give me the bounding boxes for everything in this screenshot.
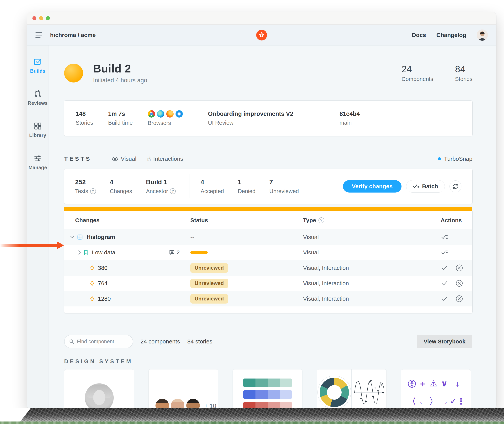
row-type: Visual, Interaction [303, 295, 416, 302]
arrow-down-icon: ↓ [455, 379, 460, 388]
accept-check-icon[interactable] [440, 295, 448, 303]
accept-check-icon[interactable] [440, 280, 448, 287]
tests-count-stat: 252 Tests? [75, 178, 96, 194]
batch-button[interactable]: Batch [406, 180, 445, 193]
stories-count-stat: 148 Stories [76, 110, 93, 126]
eye-icon [111, 156, 118, 161]
user-avatar[interactable] [477, 30, 488, 41]
visual-toggle[interactable]: Visual [111, 156, 136, 162]
sidebar-item-reviews[interactable]: Reviews [28, 90, 48, 106]
accept-check-icon[interactable] [440, 264, 448, 272]
chevron-right-icon[interactable] [78, 250, 81, 255]
sidebar-item-label: Builds [30, 68, 45, 74]
polar-chart-panel [317, 369, 351, 409]
story-diamond-icon [90, 296, 94, 301]
menu-icon[interactable] [36, 32, 42, 38]
avatar [171, 399, 184, 409]
comment-icon [169, 250, 175, 255]
row-status: -- [190, 234, 303, 240]
components-count-text: 24 components [141, 338, 180, 345]
design-system-cards: + 10 [64, 369, 472, 409]
sidebar-item-label: Library [29, 133, 46, 138]
org-breadcrumb[interactable]: hichroma / acme [50, 32, 96, 38]
safari-icon [176, 110, 183, 118]
build-header: Build 2 Initiated 4 hours ago 24 Compone… [64, 62, 472, 84]
component-card-avatar[interactable] [64, 369, 134, 409]
minimize-window-button[interactable] [39, 16, 43, 20]
table-row-764[interactable]: 764 Unreviewed Visual, Interaction [64, 276, 472, 291]
help-icon[interactable]: ? [170, 188, 176, 194]
window-titlebar [27, 12, 496, 25]
browsers-stat: Browsers [148, 110, 183, 126]
accepted-stat: 4 Accepted [201, 178, 224, 194]
checkbox-check-icon [34, 57, 42, 66]
sidebar-item-library[interactable]: Library [29, 122, 46, 138]
tests-divider [190, 175, 190, 198]
comment-count[interactable]: 2 [169, 249, 190, 256]
help-icon[interactable]: ? [90, 188, 96, 194]
help-icon[interactable]: ? [319, 217, 324, 223]
deny-circle-x-icon[interactable] [455, 280, 463, 287]
deny-circle-x-icon[interactable] [455, 295, 463, 303]
component-card-color-palette[interactable] [233, 369, 302, 409]
chromatic-logo-icon[interactable] [256, 30, 267, 40]
sidebar: Builds Reviews Library [27, 45, 49, 409]
column-header-type: Type? [303, 217, 416, 224]
green-edge-strip [0, 422, 504, 424]
story-diamond-icon [90, 265, 94, 271]
search-input[interactable] [77, 339, 128, 345]
verify-changes-button[interactable]: Verify changes [343, 180, 401, 193]
deny-circle-x-icon[interactable] [455, 264, 463, 272]
status-badge: Unreviewed [190, 263, 228, 273]
table-row-low-data[interactable]: Low data 2 Visual [64, 245, 472, 260]
column-header-status: Status [190, 217, 303, 224]
table-row-histogram[interactable]: Histogram -- Visual [64, 229, 472, 245]
annotation-arrow [0, 242, 64, 249]
checklist-action-icon[interactable] [440, 233, 448, 241]
tests-section-header: TESTS Visual ☝ Interactions TurboSnap [64, 155, 472, 162]
grid-icon [34, 122, 42, 130]
checklist-action-icon[interactable] [440, 249, 448, 256]
changes-table: Changes Status Type? Actions [64, 211, 472, 313]
maximize-window-button[interactable] [46, 16, 50, 20]
changelog-link[interactable]: Changelog [436, 32, 466, 38]
commit-link[interactable]: 81e4b4 [339, 110, 360, 117]
portrait-photo [85, 383, 114, 409]
denied-stat: 1 Denied [238, 178, 255, 194]
sidebar-item-builds[interactable]: Builds [30, 57, 45, 74]
bookmark-icon [84, 250, 88, 255]
table-row-380[interactable]: 380 Unreviewed Visual, Interaction [64, 260, 472, 276]
row-type: Visual, Interaction [303, 265, 416, 271]
stories-stat: 84 Stories [455, 64, 472, 82]
arrow-left-icon: ← [418, 397, 427, 405]
checklist-icon [413, 183, 419, 189]
search-box[interactable] [64, 335, 133, 348]
build-subtitle: Initiated 4 hours ago [93, 77, 147, 84]
table-row-1280[interactable]: 1280 Unreviewed Visual, Interaction [64, 291, 472, 306]
component-card-icons[interactable]: ＋ ⚠ ∨ ↓ 〈 ← 〉 → ✓⋮ [401, 369, 471, 409]
chevron-down-icon[interactable] [70, 236, 74, 239]
view-storybook-button[interactable]: View Storybook [417, 335, 472, 348]
sidebar-item-manage[interactable]: Manage [29, 154, 47, 170]
docs-link[interactable]: Docs [412, 32, 426, 38]
search-icon [69, 339, 74, 344]
pull-request-stat: Onboarding improvements V2 UI Review [208, 110, 293, 126]
component-card-avatar-group[interactable]: + 10 [148, 369, 218, 409]
avatar [155, 399, 169, 409]
build-time-stat: 1m 7s Build time [108, 110, 133, 126]
refresh-icon [452, 183, 459, 189]
warning-icon: ⚠ [430, 379, 437, 388]
pr-link[interactable]: Onboarding improvements V2 [208, 110, 293, 117]
build-avatar [64, 64, 83, 82]
interactions-toggle[interactable]: ☝ Interactions [147, 155, 183, 162]
sidebar-item-label: Manage [29, 165, 47, 170]
firefox-icon [166, 110, 174, 118]
component-card-charts[interactable] [317, 369, 387, 409]
refresh-button[interactable] [449, 181, 461, 192]
row-name: 1280 [98, 295, 111, 302]
edge-icon [157, 110, 164, 118]
close-window-button[interactable] [32, 16, 37, 20]
ancestor-build-link[interactable]: Build 1 [146, 178, 176, 186]
chevron-down-icon: ∨ [441, 379, 448, 388]
pull-request-icon [34, 90, 42, 98]
